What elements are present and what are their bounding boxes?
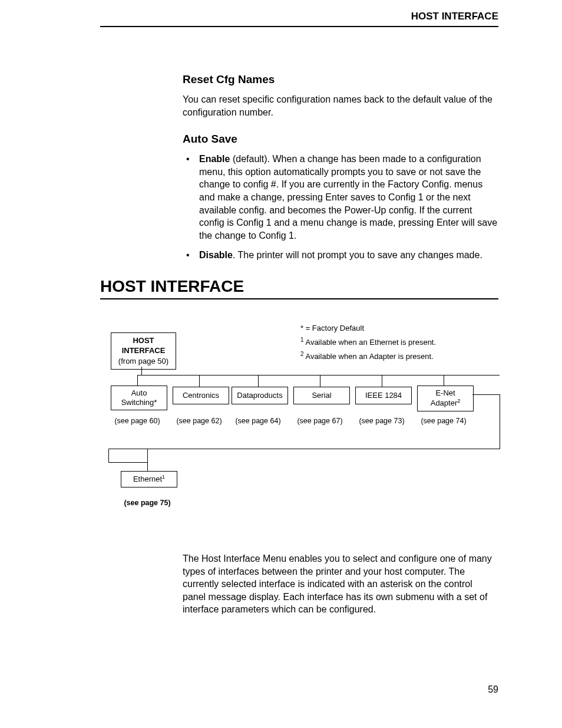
banner-rule [100, 298, 498, 299]
see-serial: (see page 67) [290, 417, 349, 425]
connector [141, 367, 142, 375]
root-line1: HOST [113, 335, 174, 346]
connector [444, 375, 444, 386]
bullet-list-auto-save: Enable (default). When a change has been… [183, 153, 498, 262]
content-column: Reset Cfg Names You can reset specific c… [183, 73, 498, 262]
para-reset-cfg: You can reset specific configuration nam… [183, 93, 498, 118]
heading-auto-save: Auto Save [183, 133, 498, 146]
see-dataproducts: (see page 64) [229, 417, 287, 425]
connector [108, 449, 109, 462]
tree-node-ieee1284: IEEE 1284 [355, 387, 412, 404]
enet-sup: 2 [457, 398, 460, 404]
term-disable: Disable [199, 250, 233, 260]
tree-node-ethernet: Ethernet1 [121, 471, 177, 487]
page-number: 59 [488, 684, 498, 695]
ethernet-label: Ethernet [133, 475, 162, 483]
running-head: HOST INTERFACE [100, 11, 498, 22]
tree-root: HOST INTERFACE (from page 50) [111, 332, 176, 370]
connector [137, 375, 138, 386]
menu-tree: * = Factory Default 1 Available when an … [100, 321, 498, 524]
head-rule [100, 26, 498, 27]
see-ethernet: (see page 75) [118, 499, 177, 507]
term-enable: Enable [199, 154, 230, 164]
bullet-disable: Disable. The printer will not prompt you… [183, 249, 498, 262]
connector [199, 375, 200, 387]
banner-host-interface: HOST INTERFACE [100, 277, 498, 296]
tree-node-centronics: Centronics [173, 387, 229, 404]
see-auto-switching: (see page 60) [108, 417, 167, 425]
see-enet-adapter: (see page 74) [414, 417, 473, 425]
rest-enable: (default). When a change has been made t… [199, 154, 497, 241]
connector [320, 375, 320, 387]
see-centronics: (see page 62) [170, 417, 229, 425]
connector [472, 394, 500, 395]
connector [258, 375, 259, 387]
page: HOST INTERFACE Reset Cfg Names You can r… [0, 0, 562, 728]
connector [500, 394, 500, 449]
bullet-enable: Enable (default). When a change has been… [183, 153, 498, 242]
root-from: (from page 50) [113, 356, 174, 367]
tree-node-enet-adapter: E-Net Adapter2 [417, 386, 474, 411]
root-line2: INTERFACE [113, 345, 174, 356]
see-ieee1284: (see page 73) [352, 417, 411, 425]
connector [147, 449, 148, 471]
enet-l2: Adapter [431, 399, 458, 408]
closing-column: The Host Interface Menu enables you to s… [183, 552, 498, 616]
rest-disable: . The printer will not prompt you to sav… [233, 250, 482, 260]
legend-default: * = Factory Default [300, 322, 436, 335]
connector [108, 462, 148, 463]
ethernet-sup: 1 [162, 474, 165, 480]
closing-para: The Host Interface Menu enables you to s… [183, 552, 498, 616]
tree-node-dataproducts: Dataproducts [232, 387, 288, 404]
legend-note2: 2 Available when an Adapter is present. [300, 349, 436, 363]
legend-note1: 1 Available when an Ethernet is present. [300, 335, 436, 349]
heading-reset-cfg: Reset Cfg Names [183, 73, 498, 86]
connector [382, 375, 382, 387]
connector [137, 375, 500, 375]
connector [108, 449, 500, 449]
tree-legend: * = Factory Default 1 Available when an … [300, 322, 436, 364]
tree-node-auto-switching: Auto Switching* [111, 386, 167, 411]
tree-node-serial: Serial [293, 387, 350, 404]
enet-l1: E-Net [435, 388, 455, 397]
banner-wrap: HOST INTERFACE [100, 277, 498, 299]
